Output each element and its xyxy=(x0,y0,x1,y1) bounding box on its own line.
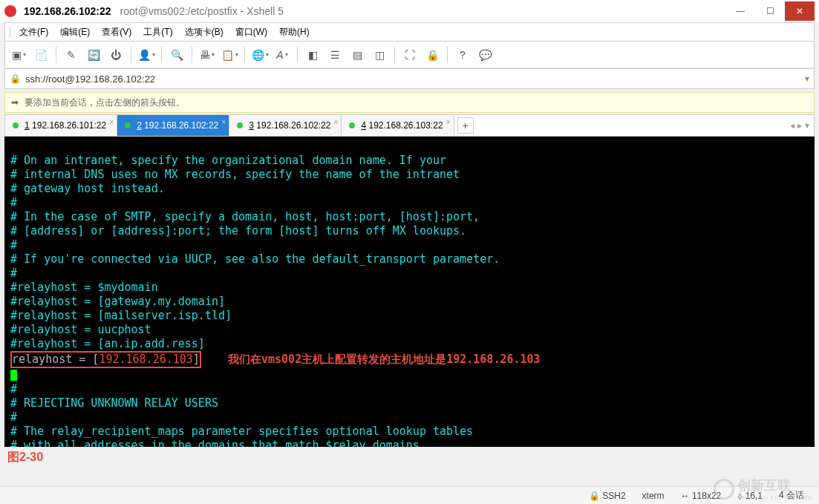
relayhost-ip: 192.168.26.103 xyxy=(99,353,192,366)
status-term: xterm xyxy=(642,491,665,501)
lock-small-icon: 🔒 xyxy=(10,73,21,84)
menu-view[interactable]: 查看(V) xyxy=(97,24,136,41)
watermark-brand: 创新互联 xyxy=(737,477,813,494)
menu-tabs[interactable]: 选项卡(B) xyxy=(180,24,228,41)
menu-help[interactable]: 帮助(H) xyxy=(275,24,314,41)
tree-icon[interactable]: ☰ xyxy=(326,46,344,64)
menu-edit[interactable]: 编辑(E) xyxy=(56,24,94,41)
maximize-button[interactable]: ☐ xyxy=(755,1,785,21)
menu-file[interactable]: 文件(F) xyxy=(15,24,53,41)
status-dot-icon xyxy=(13,122,19,128)
tab-close-icon[interactable]: × xyxy=(221,118,226,126)
status-dot-icon xyxy=(125,122,131,128)
window-buttons: — ☐ ✕ xyxy=(725,1,815,21)
status-dot-icon xyxy=(349,122,355,128)
tab-menu-icon[interactable]: ▾ xyxy=(805,120,809,131)
hint-bar: ➡ 要添加当前会话，点击左侧的箭头按钮。 xyxy=(4,92,815,113)
relayhost-line: relayhost = [192.168.26.103] xyxy=(10,351,201,368)
tab-label: 192.168.26.101:22 xyxy=(32,120,106,131)
tab-label: 192.168.26.102:22 xyxy=(144,120,218,131)
status-dot-icon xyxy=(237,122,243,128)
terminal-line: # xyxy=(10,382,17,396)
hint-text: 要添加当前会话，点击左侧的箭头按钮。 xyxy=(25,96,185,109)
print-icon[interactable]: 🖶 xyxy=(198,46,216,64)
tab-3[interactable]: 3 192.168.26.102:22 × xyxy=(229,115,342,136)
terminal-line: # In the case of SMTP, specify a domain,… xyxy=(10,210,480,223)
address-dropdown-icon[interactable]: ▾ xyxy=(805,73,809,84)
terminal-line: # with all addresses in the domains that… xyxy=(10,439,426,447)
title-host: 192.168.26.102:22 xyxy=(24,5,111,17)
session-tabs: 1 192.168.26.101:22 × 2 192.168.26.102:2… xyxy=(4,114,815,137)
address-bar: 🔒 ▾ xyxy=(4,68,815,89)
watermark-sub: CHUANG XIN HU LIAN xyxy=(737,494,813,501)
title-path: root@vms002:/etc/postfix - Xshell 5 xyxy=(120,5,284,17)
minimize-button[interactable]: — xyxy=(725,1,755,21)
help-icon[interactable]: ? xyxy=(454,46,472,64)
terminal-line: # xyxy=(10,196,17,209)
terminal-line: # gateway host instead. xyxy=(10,182,165,195)
palette-icon[interactable]: ◧ xyxy=(304,46,322,64)
menu-tools[interactable]: 工具(T) xyxy=(139,24,177,41)
terminal-line: #relayhost = [an.ip.add.ress] xyxy=(10,337,205,350)
chat-icon[interactable]: 💬 xyxy=(476,46,494,64)
terminal-line: # [address] or [address]:port; the form … xyxy=(10,224,466,238)
split-icon[interactable]: ◫ xyxy=(371,46,388,64)
fullscreen-icon[interactable]: ⛶ xyxy=(401,46,419,64)
add-tab-button[interactable]: + xyxy=(457,117,474,134)
terminal-line: # internal DNS uses no MX records, speci… xyxy=(10,168,460,181)
tab-1[interactable]: 1 192.168.26.101:22 × xyxy=(5,115,117,136)
address-input[interactable] xyxy=(25,73,805,85)
terminal-line: # If you're connected via UUCP, see also… xyxy=(10,252,500,266)
panel-icon[interactable]: ▤ xyxy=(348,46,366,64)
tab-close-icon[interactable]: × xyxy=(446,118,451,126)
figure-label: 图2-30 xyxy=(0,447,819,468)
search-icon[interactable]: 🔍 xyxy=(168,46,186,64)
annotation-text: 我们在vms002主机上配置转发的主机地址是192.168.26.103 xyxy=(228,353,541,366)
title-bar: 192.168.26.102:22 root@vms002:/etc/postf… xyxy=(0,0,819,22)
terminal-line: # REJECTING UNKNOWN RELAY USERS xyxy=(10,396,218,410)
reconnect-icon[interactable]: 🔄 xyxy=(85,46,102,64)
terminal-line: #relayhost = $mydomain xyxy=(10,281,158,294)
profile-icon[interactable]: 👤 xyxy=(137,46,155,64)
terminal-line: # xyxy=(10,410,17,424)
globe-icon[interactable]: 🌐 xyxy=(251,46,269,64)
watermark-logo-icon xyxy=(714,479,734,500)
close-button[interactable]: ✕ xyxy=(785,1,815,21)
tab-label: 192.168.26.103:22 xyxy=(368,120,443,131)
tab-prev-icon[interactable]: ◂ xyxy=(790,120,794,131)
app-icon xyxy=(4,5,16,17)
lock-icon[interactable]: 🔒 xyxy=(423,46,441,64)
font-icon[interactable]: A xyxy=(273,46,291,64)
status-bar: 🔒 SSH2 xterm ↔ 118x22 ⎀ 16,1 4 会话 xyxy=(0,486,819,504)
new-session-icon[interactable]: ▣ xyxy=(10,46,27,64)
hint-arrow-icon[interactable]: ➡ xyxy=(11,97,19,108)
terminal-line: # On an intranet, specify the organizati… xyxy=(10,154,446,167)
watermark: 创新互联 CHUANG XIN HU LIAN xyxy=(714,477,813,501)
menu-bar: 文件(F) 编辑(E) 查看(V) 工具(T) 选项卡(B) 窗口(W) 帮助(… xyxy=(4,22,815,42)
highlight-icon[interactable]: ✎ xyxy=(62,46,80,64)
toolbar: ▣ 📄 ✎ 🔄 ⏻ 👤 🔍 🖶 📋 🌐 A ◧ ☰ ▤ ◫ ⛶ 🔒 ? 💬 xyxy=(4,42,815,68)
terminal-line: #relayhost = [mailserver.isp.tld] xyxy=(10,309,232,322)
terminal-line: #relayhost = [gateway.my.domain] xyxy=(10,295,225,308)
tab-close-icon[interactable]: × xyxy=(109,118,114,126)
terminal-line: # The relay_recipient_maps parameter spe… xyxy=(10,425,473,438)
tab-nav: ◂ ▸ ▾ xyxy=(790,120,814,131)
tab-label: 192.168.26.102:22 xyxy=(256,120,330,131)
copy-icon[interactable]: 📋 xyxy=(221,46,238,64)
terminal-line: # xyxy=(10,266,17,280)
disconnect-icon[interactable]: ⏻ xyxy=(107,46,125,64)
tab-4[interactable]: 4 192.168.26.103:22 × xyxy=(342,115,454,136)
terminal[interactable]: # On an intranet, specify the organizati… xyxy=(4,137,815,447)
tab-next-icon[interactable]: ▸ xyxy=(797,120,802,131)
terminal-line: #relayhost = uucphost xyxy=(10,323,151,336)
menu-window[interactable]: 窗口(W) xyxy=(231,24,272,41)
status-proto: 🔒 SSH2 xyxy=(589,491,626,501)
terminal-line: # xyxy=(10,238,17,252)
tab-2[interactable]: 2 192.168.26.102:22 × xyxy=(117,115,229,136)
cursor xyxy=(10,370,17,381)
tab-close-icon[interactable]: × xyxy=(334,118,339,126)
open-icon[interactable]: 📄 xyxy=(32,46,50,64)
